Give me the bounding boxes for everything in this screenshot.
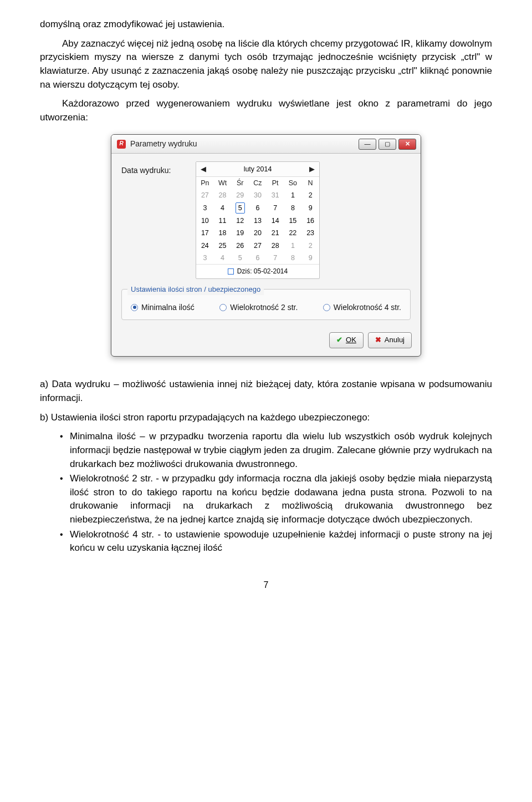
list-item: Wielokrotność 4 str. - to ustawienie spo…	[60, 528, 492, 555]
calendar-day[interactable]: 10	[196, 215, 214, 227]
option-a: a) Data wydruku – możliwość ustawienia i…	[40, 378, 492, 405]
radio-mult4[interactable]: Wielokrotność 4 str.	[323, 302, 401, 313]
close-button[interactable]: ✕	[398, 139, 416, 150]
calendar-day[interactable]: 3	[196, 252, 214, 264]
cross-icon: ✖	[375, 335, 381, 346]
list-item: Wielokrotność 2 str. - w przypadku gdy i…	[60, 472, 492, 527]
radio-label: Wielokrotność 4 str.	[334, 302, 401, 313]
paragraph-instructions: Aby zaznaczyć więcej niż jedną osobę na …	[40, 37, 492, 92]
calendar-day[interactable]: 9	[301, 201, 319, 215]
check-icon: ✔	[336, 335, 342, 346]
bullet-list: Minimalna ilość – w przypadku tworzenia …	[40, 430, 492, 555]
app-icon: R	[117, 140, 126, 149]
calendar-day[interactable]: 1	[284, 240, 302, 252]
calendar-day[interactable]: 13	[249, 215, 267, 227]
titlebar: R Parametry wydruku — ▢ ✕	[111, 135, 421, 153]
calendar-day[interactable]: 23	[301, 227, 319, 239]
calendar-day[interactable]: 3	[196, 201, 214, 215]
calendar-day[interactable]: 7	[267, 252, 284, 264]
calendar-day[interactable]: 28	[267, 240, 284, 252]
radio-group: Minimalna ilość Wielokrotność 2 str. Wie…	[129, 301, 403, 313]
calendar-day[interactable]: 18	[214, 227, 232, 239]
calendar-day[interactable]: 12	[231, 215, 249, 227]
page-number: 7	[40, 578, 492, 591]
calendar-day[interactable]: 5	[231, 252, 249, 264]
calendar-day[interactable]: 27	[249, 240, 267, 252]
date-label: Data wydruku:	[121, 161, 188, 279]
calendar-day[interactable]: 9	[301, 252, 319, 264]
today-label: Dziś: 05-02-2014	[237, 267, 288, 276]
calendar-day[interactable]: 29	[231, 189, 249, 201]
radio-label: Minimalna ilość	[141, 302, 195, 313]
radio-icon	[131, 304, 138, 311]
calendar-day[interactable]: 4	[214, 252, 232, 264]
calendar-day[interactable]: 21	[267, 227, 284, 239]
calendar-day[interactable]: 8	[284, 252, 302, 264]
calendar-day[interactable]: 14	[267, 215, 284, 227]
calendar-weekday: Pn	[196, 177, 214, 189]
calendar-day[interactable]: 6	[249, 201, 267, 215]
calendar-weekday: Pt	[267, 177, 284, 189]
calendar-day[interactable]: 8	[284, 201, 302, 215]
date-row: Data wydruku: ◀ luty 2014 ▶ PnWtŚrCzPtSo…	[121, 161, 411, 279]
today-marker-icon	[228, 268, 234, 275]
calendar-weekday: N	[301, 177, 319, 189]
calendar-grid: PnWtŚrCzPtSoN 27282930311234567891011121…	[196, 177, 319, 264]
calendar-weekday: Cz	[249, 177, 267, 189]
cancel-button[interactable]: ✖ Anuluj	[368, 332, 412, 348]
calendar-weekday: So	[284, 177, 302, 189]
calendar-day[interactable]: 6	[249, 252, 267, 264]
option-b: b) Ustawienia ilości stron raportu przyp…	[40, 411, 492, 425]
radio-icon	[323, 304, 330, 311]
list-item: Minimalna ilość – w przypadku tworzenia …	[60, 430, 492, 471]
calendar-day[interactable]: 4	[214, 201, 232, 215]
calendar-weekday: Wt	[214, 177, 232, 189]
ok-button[interactable]: ✔ OK	[329, 332, 364, 348]
paragraph-line-continuation: domyślną oraz zmodyfikować jej ustawieni…	[40, 18, 492, 32]
calendar-day[interactable]: 2	[301, 240, 319, 252]
radio-label: Wielokrotność 2 str.	[230, 302, 298, 313]
calendar-day[interactable]: 1	[284, 189, 302, 201]
calendar-day[interactable]: 22	[284, 227, 302, 239]
ok-label: OK	[346, 335, 356, 346]
calendar-day[interactable]: 24	[196, 240, 214, 252]
window-buttons: — ▢ ✕	[359, 139, 416, 150]
radio-icon	[219, 304, 227, 311]
radio-minimal[interactable]: Minimalna ilość	[131, 302, 195, 313]
cancel-label: Anuluj	[385, 335, 405, 346]
pages-groupbox: Ustawienia ilości stron / ubezpieczonego…	[121, 289, 411, 320]
paragraph-intro-dialog: Każdorazowo przed wygenerowaniem wydruku…	[40, 97, 492, 124]
calendar-day[interactable]: 28	[214, 189, 232, 201]
calendar-month-label[interactable]: luty 2014	[244, 164, 272, 174]
calendar-day[interactable]: 5	[231, 201, 249, 215]
calendar-day[interactable]: 30	[249, 189, 267, 201]
radio-mult2[interactable]: Wielokrotność 2 str.	[219, 302, 298, 313]
calendar-weekday: Śr	[231, 177, 249, 189]
calendar-day[interactable]: 11	[214, 215, 232, 227]
calendar-day[interactable]: 20	[249, 227, 267, 239]
groupbox-title: Ustawienia ilości stron / ubezpieczonego	[127, 285, 264, 295]
calendar-day[interactable]: 7	[267, 201, 284, 215]
calendar-day[interactable]: 27	[196, 189, 214, 201]
calendar-day[interactable]: 17	[196, 227, 214, 239]
calendar-day[interactable]: 25	[214, 240, 232, 252]
calendar-day[interactable]: 2	[301, 189, 319, 201]
dialog-title: Parametry wydruku	[130, 138, 354, 149]
calendar-day[interactable]: 19	[231, 227, 249, 239]
minimize-button[interactable]: —	[359, 139, 376, 150]
calendar-day[interactable]: 16	[301, 215, 319, 227]
dialog-footer: ✔ OK ✖ Anuluj	[111, 332, 421, 356]
calendar-day[interactable]: 15	[284, 215, 302, 227]
maximize-button[interactable]: ▢	[378, 139, 396, 150]
print-parameters-dialog: R Parametry wydruku — ▢ ✕ Data wydruku: …	[111, 134, 421, 357]
prev-month-icon[interactable]: ◀	[200, 164, 207, 174]
dialog-body: Data wydruku: ◀ luty 2014 ▶ PnWtŚrCzPtSo…	[111, 154, 421, 333]
calendar-day[interactable]: 31	[267, 189, 284, 201]
calendar-header: ◀ luty 2014 ▶	[196, 162, 319, 177]
dialog-screenshot: R Parametry wydruku — ▢ ✕ Data wydruku: …	[40, 134, 492, 357]
calendar-today[interactable]: Dziś: 05-02-2014	[196, 264, 319, 278]
calendar-day[interactable]: 26	[231, 240, 249, 252]
calendar[interactable]: ◀ luty 2014 ▶ PnWtŚrCzPtSoN 272829303112…	[196, 161, 320, 279]
next-month-icon[interactable]: ▶	[308, 164, 316, 174]
